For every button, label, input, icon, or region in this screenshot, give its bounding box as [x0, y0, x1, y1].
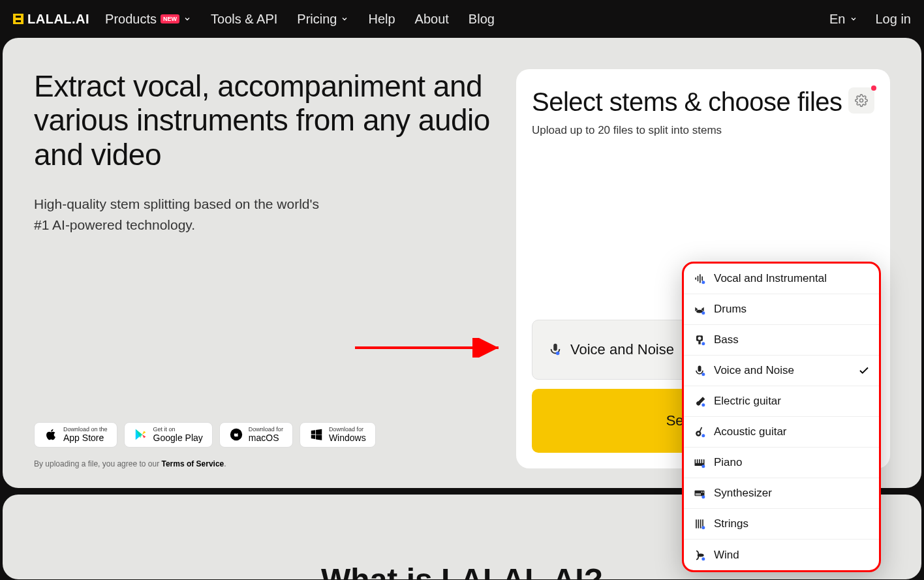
svg-rect-25 [702, 459, 703, 463]
dropdown-item-aguitar[interactable]: Acoustic guitar [684, 417, 879, 448]
dropdown-item-eguitar[interactable]: Electric guitar [684, 386, 879, 417]
dropdown-label: Voice and Noise [714, 364, 794, 377]
svg-point-32 [701, 492, 703, 493]
nav-label: Help [368, 12, 395, 27]
chevron-down-icon [341, 15, 348, 23]
terms-text: By uploading a file, you agree to our Te… [34, 459, 490, 468]
terms-suffix: . [224, 459, 226, 468]
svg-rect-6 [701, 277, 703, 281]
panel-header: Select stems & choose files [532, 87, 874, 116]
nav-label: About [415, 12, 449, 27]
svg-point-11 [698, 337, 701, 340]
dropdown-item-vocals[interactable]: Vocal and Instrumental [684, 264, 879, 294]
aguitar-icon [693, 425, 706, 438]
eguitar-icon [693, 395, 706, 408]
terms-prefix: By uploading a file, you agree to our [34, 459, 161, 468]
nav-tools[interactable]: Tools & API [211, 12, 277, 27]
dropdown-label: Piano [714, 456, 742, 469]
check-icon [858, 365, 870, 376]
chevron-down-icon [183, 15, 191, 23]
logo-text: LALAL.AI [27, 12, 89, 27]
dropdown-label: Drums [714, 303, 747, 316]
svg-rect-24 [700, 459, 701, 463]
svg-rect-22 [696, 459, 697, 463]
dl-bottom: Windows [329, 433, 366, 443]
annotation-arrow [355, 338, 512, 358]
hero-column: Extract vocal, accompaniment and various… [34, 69, 516, 468]
svg-rect-28 [696, 493, 696, 495]
dl-bottom: Google Play [153, 433, 203, 443]
next-section-title: What is LALAL.AI? [321, 562, 603, 581]
nav-products[interactable]: Products NEW [105, 12, 191, 27]
svg-point-20 [701, 434, 705, 437]
dropdown-item-drums[interactable]: Drums [684, 294, 879, 325]
svg-point-2 [556, 352, 560, 356]
login-label: Log in [876, 12, 912, 27]
dropdown-item-piano[interactable]: Piano [684, 448, 879, 478]
stem-dropdown: Vocal and InstrumentalDrumsBassVoice and… [682, 262, 881, 572]
voice-icon [693, 364, 706, 377]
svg-point-39 [701, 526, 705, 529]
dropdown-item-voice[interactable]: Voice and Noise [684, 356, 879, 386]
nav-label: Blog [469, 12, 495, 27]
svg-point-33 [703, 492, 704, 493]
nav-pricing[interactable]: Pricing [297, 12, 348, 27]
svg-point-15 [701, 373, 705, 376]
apple-icon [44, 427, 58, 442]
svg-point-41 [701, 557, 705, 560]
nav-label: Tools & API [211, 12, 277, 27]
download-macos[interactable]: Download formacOS [219, 422, 293, 448]
svg-point-13 [701, 342, 705, 345]
stem-selector-label: Voice and Noise [570, 341, 674, 358]
svg-point-34 [701, 495, 705, 498]
nav-blog[interactable]: Blog [469, 12, 495, 27]
terms-link[interactable]: Terms of Service [161, 459, 224, 468]
svg-rect-29 [697, 493, 698, 495]
svg-rect-12 [698, 341, 700, 344]
dropdown-label: Wind [714, 549, 739, 562]
login-link[interactable]: Log in [876, 12, 912, 27]
dropdown-label: Electric guitar [714, 395, 781, 408]
dropdown-item-synth[interactable]: Synthesizer [684, 478, 879, 509]
language-selector[interactable]: En [829, 12, 857, 27]
drums-icon [693, 303, 706, 316]
svg-rect-31 [700, 493, 700, 495]
wind-icon [693, 549, 706, 562]
bass-icon [693, 333, 706, 346]
nav-about[interactable]: About [415, 12, 449, 27]
settings-button[interactable] [848, 87, 874, 114]
panel-title: Select stems & choose files [532, 87, 842, 116]
svg-point-9 [701, 311, 705, 314]
mic-icon [548, 343, 562, 357]
svg-point-18 [698, 433, 700, 435]
dropdown-label: Bass [714, 333, 739, 346]
dropdown-label: Synthesizer [714, 487, 772, 500]
download-windows[interactable]: Download forWindows [300, 422, 376, 448]
nav-help[interactable]: Help [368, 12, 395, 27]
panel-subtitle: Upload up to 20 files to split into stem… [532, 124, 874, 137]
vocals-icon [693, 272, 706, 285]
main-card: Extract vocal, accompaniment and various… [3, 38, 921, 488]
svg-point-7 [701, 281, 705, 284]
hero-title: Extract vocal, accompaniment and various… [34, 69, 490, 172]
dropdown-item-strings[interactable]: Strings [684, 509, 879, 540]
hero-subtitle: High-quality stem splitting based on the… [34, 194, 334, 235]
gear-icon [855, 94, 868, 107]
dropdown-item-wind[interactable]: Wind [684, 540, 879, 570]
synth-icon [693, 487, 706, 500]
logo-icon [13, 14, 23, 24]
nav-right: En Log in [829, 12, 911, 27]
download-apple[interactable]: Download on theApp Store [34, 422, 117, 448]
macos-icon [229, 427, 243, 442]
dl-bottom: App Store [63, 433, 108, 443]
dropdown-item-bass[interactable]: Bass [684, 325, 879, 356]
nav-label: Pricing [297, 12, 337, 27]
chevron-down-icon [850, 15, 857, 23]
svg-point-1 [860, 99, 863, 102]
svg-rect-23 [698, 459, 700, 463]
download-play[interactable]: Get it onGoogle Play [124, 422, 213, 448]
logo[interactable]: LALAL.AI [13, 12, 89, 27]
dropdown-label: Strings [714, 517, 748, 530]
nav-links: Products NEW Tools & API Pricing Help Ab… [105, 12, 829, 27]
dropdown-label: Vocal and Instrumental [714, 272, 827, 285]
